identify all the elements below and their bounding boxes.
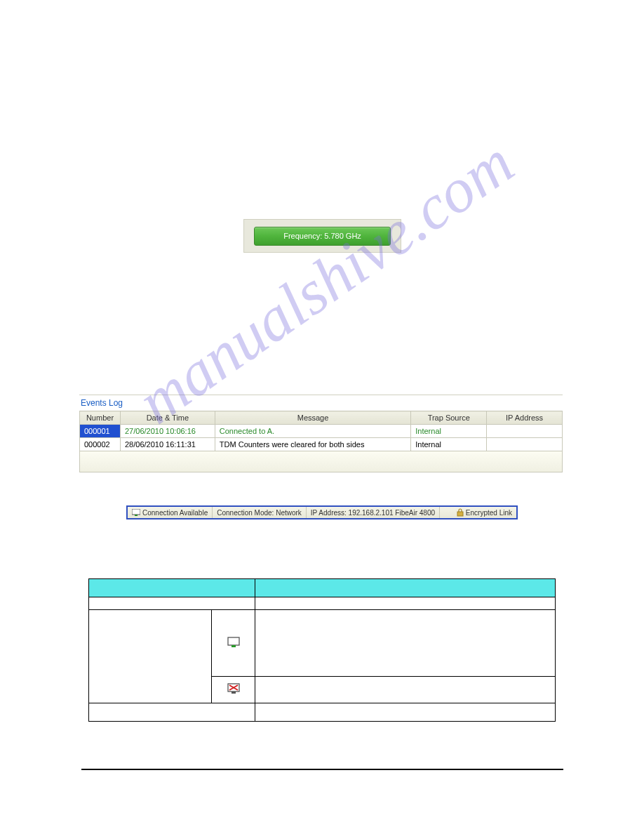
table-row — [89, 610, 556, 677]
page-divider — [81, 769, 563, 770]
icon-table-header-1 — [89, 579, 255, 597]
cell — [255, 597, 556, 610]
cell-trap: Internal — [411, 425, 487, 438]
status-ip: IP Address: 192.168.2.101 FibeAir 4800 — [307, 507, 440, 518]
cell-icon — [212, 610, 255, 677]
cell — [89, 597, 255, 610]
cell-datetime: 27/06/2010 10:06:16 — [120, 425, 215, 438]
cell-ip — [487, 438, 563, 451]
cell — [89, 703, 255, 722]
cell-message: Connected to A. — [215, 425, 410, 438]
table-row — [89, 597, 556, 610]
events-log-footer — [79, 451, 563, 472]
monitor-connected-icon — [132, 509, 140, 516]
cell-icon — [212, 677, 255, 703]
status-connection: Connection Available — [128, 507, 213, 518]
status-ip-label: IP Address: 192.168.2.101 FibeAir 4800 — [311, 509, 435, 517]
frequency-button[interactable]: Frequency: 5.780 GHz — [254, 227, 391, 246]
cell-number: 000001 — [80, 425, 121, 438]
events-log-title: Events Log — [79, 395, 563, 411]
monitor-disconnected-icon — [227, 683, 240, 694]
svg-rect-0 — [132, 509, 140, 515]
icon-table-header-2 — [255, 579, 556, 597]
status-encrypted: Encrypted Link — [452, 507, 516, 518]
cell — [255, 703, 556, 722]
cell-trap: Internal — [411, 438, 487, 451]
col-number[interactable]: Number — [80, 411, 121, 425]
status-encrypted-label: Encrypted Link — [466, 509, 512, 517]
cell — [89, 610, 212, 703]
cell-datetime: 28/06/2010 16:11:31 — [120, 438, 215, 451]
status-connection-label: Connection Available — [142, 509, 208, 517]
col-datetime[interactable]: Date & Time — [120, 411, 215, 425]
col-message[interactable]: Message — [215, 411, 410, 425]
lock-icon — [457, 508, 464, 517]
watermark-text: manualshive.com — [124, 126, 526, 437]
icon-description-table — [88, 578, 556, 722]
svg-rect-6 — [232, 691, 236, 694]
svg-rect-3 — [228, 637, 239, 645]
cell — [255, 610, 556, 677]
svg-rect-2 — [457, 512, 463, 516]
table-row — [89, 703, 556, 722]
col-ipaddress[interactable]: IP Address — [487, 411, 563, 425]
status-mode-label: Connection Mode: Network — [217, 509, 302, 517]
table-row[interactable]: 000002 28/06/2010 16:11:31 TDM Counters … — [80, 438, 563, 451]
table-row[interactable]: 000001 27/06/2010 10:06:16 Connected to … — [80, 425, 563, 438]
cell-message: TDM Counters were cleared for both sides — [215, 438, 410, 451]
events-log-panel: Events Log Number Date & Time Message Tr… — [79, 395, 563, 472]
events-header-row: Number Date & Time Message Trap Source I… — [80, 411, 563, 425]
status-bar: Connection Available Connection Mode: Ne… — [126, 505, 518, 519]
monitor-connected-icon — [227, 637, 240, 648]
cell-number: 000002 — [80, 438, 121, 451]
cell-ip — [487, 425, 563, 438]
events-table: Number Date & Time Message Trap Source I… — [79, 411, 563, 451]
svg-rect-1 — [135, 515, 137, 516]
icon-table-header-row — [89, 579, 556, 597]
col-trapsource[interactable]: Trap Source — [411, 411, 487, 425]
status-mode: Connection Mode: Network — [213, 507, 307, 518]
frequency-panel: Frequency: 5.780 GHz — [243, 219, 401, 253]
cell — [255, 677, 556, 703]
svg-rect-4 — [232, 645, 236, 647]
